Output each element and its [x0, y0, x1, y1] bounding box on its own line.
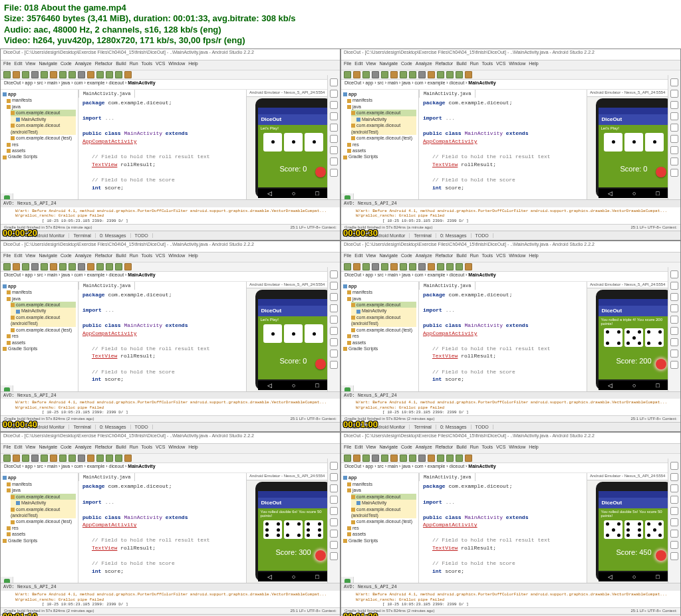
toolbar-icon[interactable]	[353, 263, 360, 270]
menu-item[interactable]: Navigate	[39, 445, 57, 449]
toolbar-icon[interactable]	[31, 263, 39, 270]
editor-tab[interactable]: MainActivity.java	[78, 90, 135, 98]
toolbar-icon[interactable]	[381, 263, 388, 270]
tree-item-main-activity[interactable]: MainActivity	[11, 308, 76, 314]
menu-item[interactable]: Help	[529, 445, 538, 449]
toolbar-icon[interactable]	[115, 263, 122, 270]
menu-item[interactable]: Help	[529, 253, 538, 258]
toolbar-icon[interactable]	[400, 455, 407, 462]
emulator-tool-icon[interactable]	[330, 304, 338, 312]
bottom-tab[interactable]: TODO	[131, 425, 153, 429]
toolbar-icon[interactable]	[362, 455, 370, 462]
toolbar-icon[interactable]	[390, 263, 398, 270]
app-screen[interactable]: DiceOut You rolled double 6s! You score …	[258, 491, 329, 571]
toolbar-icon[interactable]	[409, 263, 416, 270]
bottom-tab[interactable]: 0: Messages	[436, 425, 472, 429]
menu-item[interactable]: Tools	[142, 61, 152, 66]
menu-item[interactable]: Tools	[142, 445, 152, 449]
menu-item[interactable]: Tools	[482, 61, 493, 66]
editor-tab[interactable]: MainActivity.java	[419, 90, 476, 98]
toolbar-icon[interactable]	[400, 263, 407, 270]
editor-tab[interactable]: MainActivity.java	[78, 282, 135, 290]
toolbar-icon[interactable]	[409, 71, 416, 78]
toolbar-icon[interactable]	[381, 455, 388, 462]
tree-root[interactable]: app	[343, 91, 416, 97]
menu-item[interactable]: Code	[61, 253, 72, 258]
emulator-tool-icon[interactable]	[670, 338, 678, 346]
run-tab-header[interactable]: AVD: Nexus_5_API_24	[1, 583, 340, 591]
tree-item[interactable]: Gradle Scripts	[343, 346, 416, 352]
toolbar-icon[interactable]	[418, 263, 426, 270]
toolbar-icon[interactable]	[96, 455, 104, 462]
code-area[interactable]: package com.example.diceout; import ... …	[82, 482, 242, 583]
run-tab-header[interactable]: AVD: Nexus_5_API_24	[1, 200, 340, 207]
tree-item[interactable]: com.example.diceout	[351, 110, 416, 116]
emulator-tool-icon[interactable]	[670, 316, 678, 324]
toolbar-icon[interactable]	[59, 263, 67, 270]
menu-item[interactable]: Tools	[142, 253, 152, 258]
tree-item[interactable]: assets	[7, 531, 76, 537]
menu-item[interactable]: View	[366, 61, 376, 66]
toolbar-icon[interactable]	[50, 263, 57, 270]
tree-root[interactable]: app	[3, 91, 76, 97]
toolbar-icon[interactable]	[400, 71, 407, 78]
menu-item[interactable]: Code	[61, 445, 72, 449]
home-icon[interactable]: ○	[632, 382, 636, 389]
menu-item[interactable]: Run	[130, 445, 138, 449]
recents-icon[interactable]: □	[656, 190, 659, 197]
tree-item-main-activity[interactable]: MainActivity	[11, 116, 76, 122]
emulator-tool-icon[interactable]	[670, 282, 678, 290]
toolbar-icon[interactable]	[353, 71, 360, 78]
toolbar-icon[interactable]	[446, 455, 454, 462]
menu-item[interactable]: Window	[509, 61, 525, 66]
toolbar-icon[interactable]	[3, 71, 11, 78]
menu-item[interactable]: Build	[116, 445, 126, 449]
emulator-tool-icon[interactable]	[330, 293, 338, 301]
toolbar-icon[interactable]	[31, 71, 39, 78]
emulator-tool-icon[interactable]	[330, 169, 338, 177]
toolbar-icon[interactable]	[68, 455, 76, 462]
menu-item[interactable]: Tools	[482, 445, 493, 449]
tree-item[interactable]: assets	[347, 340, 416, 346]
tree-item[interactable]: java	[347, 487, 416, 493]
toolbar-icon[interactable]	[446, 263, 454, 270]
emulator-tool-icon[interactable]	[330, 507, 338, 515]
emulator-tool-icon[interactable]	[330, 157, 338, 165]
emulator-tool-icon[interactable]	[670, 169, 678, 177]
toolbar-icon[interactable]	[124, 71, 132, 78]
emulator-tool-icon[interactable]	[670, 135, 678, 143]
tree-root[interactable]: app	[343, 474, 416, 480]
tree-item[interactable]: java	[347, 104, 416, 110]
menu-item[interactable]: Navigate	[39, 253, 57, 258]
toolbar-icon[interactable]	[390, 455, 398, 462]
menu-item[interactable]: File	[3, 61, 11, 66]
toolbar-icon[interactable]	[22, 455, 29, 462]
menu-item[interactable]: View	[25, 253, 35, 258]
toolbar-icon[interactable]	[87, 455, 94, 462]
toolbar-icon[interactable]	[106, 71, 113, 78]
menu-item[interactable]: Build	[456, 253, 467, 258]
toolbar-icon[interactable]	[437, 71, 444, 78]
menu-item[interactable]: VCS	[496, 61, 505, 66]
menu-item[interactable]: Help	[529, 61, 538, 66]
toolbar-icon[interactable]	[41, 71, 48, 78]
toolbar-icon[interactable]	[362, 263, 370, 270]
toolbar-icon[interactable]	[456, 455, 463, 462]
tree-item[interactable]: com.example.diceout (androidTest)	[351, 506, 416, 519]
menu-item[interactable]: Edit	[14, 61, 22, 66]
menu-item[interactable]: View	[366, 253, 376, 258]
toolbar-icon[interactable]	[456, 263, 463, 270]
menu-item[interactable]: Refactor	[95, 445, 112, 449]
breadcrumb[interactable]: DiceOut › app › src › main › java › com …	[341, 463, 680, 473]
toolbar-icon[interactable]	[428, 455, 435, 462]
app-screen[interactable]: DiceOut Let's Play! Score: 0	[258, 108, 329, 187]
toolbar-icon[interactable]	[106, 455, 113, 462]
tree-item-main-activity[interactable]: MainActivity	[351, 308, 416, 314]
home-icon[interactable]: ○	[292, 190, 295, 197]
tree-item[interactable]: Gradle Scripts	[343, 154, 416, 159]
app-screen[interactable]: DiceOut You rolled a triple 4! You score…	[599, 299, 670, 379]
toolbar-icon[interactable]	[59, 455, 67, 462]
toolbar-icon[interactable]	[41, 455, 48, 462]
app-screen[interactable]: DiceOut Let's Play! Score: 0	[599, 108, 670, 187]
code-area[interactable]: package com.example.diceout; import ... …	[423, 482, 583, 583]
